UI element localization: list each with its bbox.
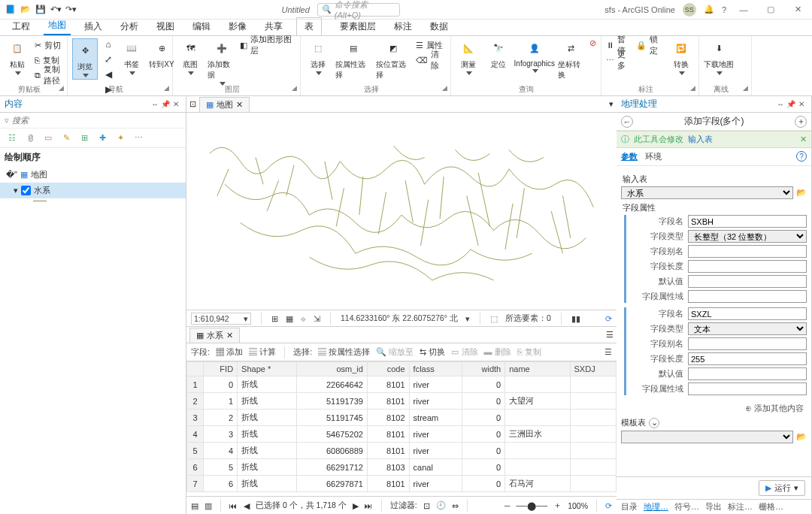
- pin-icon[interactable]: 📌: [160, 100, 171, 108]
- new-run-icon[interactable]: ＋: [795, 116, 807, 128]
- table-row[interactable]: 21折线511917398101river0大望河: [187, 393, 617, 410]
- add-field-button[interactable]: ▦ 添加: [216, 346, 243, 358]
- tab-data[interactable]: 数据: [426, 18, 453, 35]
- snap-icon[interactable]: ▦: [286, 314, 293, 323]
- f1-default[interactable]: [688, 275, 807, 288]
- tab-labeling[interactable]: 标注: [389, 18, 417, 35]
- first-rec-icon[interactable]: ⏮: [229, 501, 238, 510]
- full-extent-icon[interactable]: ⌂: [102, 38, 114, 50]
- list-labeling-icon[interactable]: ✚: [95, 131, 110, 146]
- layer-visibility-checkbox[interactable]: [21, 186, 31, 195]
- autohide-icon[interactable]: ↔: [150, 100, 160, 108]
- f2-len[interactable]: [688, 352, 807, 365]
- select-by-loc-button[interactable]: ◩按位置选择: [376, 38, 412, 80]
- list-perspective-icon[interactable]: ✦: [113, 131, 128, 146]
- cut-button[interactable]: ✂剪切: [35, 38, 62, 52]
- select-button[interactable]: ⬚选择: [305, 38, 331, 75]
- view-all-icon[interactable]: ▤: [191, 501, 198, 510]
- add-another-field[interactable]: ⊕ 添加其他内容: [621, 400, 807, 417]
- explore-button[interactable]: ✥浏览: [72, 38, 98, 80]
- views-icon[interactable]: ⊡: [189, 99, 196, 109]
- clear-sel-button[interactable]: ⌫清除: [416, 53, 446, 67]
- expand-icon[interactable]: �": [6, 170, 17, 180]
- calc-field-button[interactable]: ▤ 计算: [249, 346, 276, 358]
- close-attr-tab-icon[interactable]: ✕: [226, 331, 233, 340]
- bookmarks-button[interactable]: 📖书签: [119, 38, 144, 75]
- prev-rec-icon[interactable]: ◀: [244, 501, 250, 510]
- download-map-button[interactable]: ⬇下载地图: [704, 38, 734, 75]
- list-snapping-icon[interactable]: ⊞: [77, 131, 92, 146]
- warn-close-icon[interactable]: ✕: [800, 135, 807, 144]
- close-pane-icon[interactable]: ✕: [171, 100, 181, 108]
- attr-hamburger-icon[interactable]: ☰: [604, 347, 612, 357]
- filter-extent-icon[interactable]: ⊡: [423, 501, 430, 510]
- fixed-zoom-icon[interactable]: ⤢: [102, 53, 114, 65]
- expand-layer-icon[interactable]: ▾: [14, 186, 18, 195]
- filter-range-icon[interactable]: ⇔: [452, 501, 459, 510]
- project-icon[interactable]: 📘: [5, 4, 17, 16]
- bt-raster[interactable]: 栅格…: [759, 501, 783, 512]
- locate-button[interactable]: 🔭定位: [486, 38, 511, 70]
- measure-button[interactable]: 📐测量: [456, 38, 481, 75]
- toc-map[interactable]: �" ▦ 地图: [0, 167, 186, 183]
- save-icon[interactable]: 💾: [35, 4, 47, 16]
- prev-extent-icon[interactable]: ◀: [102, 68, 114, 80]
- map-tab[interactable]: ▦ 地图 ✕: [199, 97, 250, 112]
- more-labels-button[interactable]: ⋯更多: [606, 53, 632, 67]
- bt-label[interactable]: 标注…: [728, 501, 753, 512]
- f2-domain[interactable]: [688, 382, 807, 395]
- attr-menu-icon[interactable]: ☰: [606, 330, 614, 340]
- gp-close-icon[interactable]: ✕: [796, 100, 807, 108]
- f2-name[interactable]: [688, 307, 807, 320]
- paste-button[interactable]: 📋粘贴: [5, 38, 30, 75]
- gp-warning-link[interactable]: 输入表: [688, 134, 713, 145]
- tab-view[interactable]: 视图: [152, 18, 179, 35]
- pause-draw-icon[interactable]: ▮▮: [571, 314, 580, 323]
- add-graphics-layer-button[interactable]: ◧添加图形图层: [240, 38, 295, 52]
- table-row[interactable]: 10折线226646428101river0: [187, 376, 617, 393]
- run-button[interactable]: ▶ 运行 ▾: [759, 480, 805, 496]
- table-row[interactable]: 43折线546752028101river0三洲田水: [187, 426, 617, 443]
- scale-input[interactable]: 1:610,942▾: [191, 313, 251, 325]
- close-tab-icon[interactable]: ✕: [236, 100, 243, 110]
- undo-icon[interactable]: ↶▾: [50, 4, 62, 16]
- tab-feature-layer[interactable]: 要素图层: [335, 18, 380, 35]
- clear-inquiry-icon[interactable]: ⊘: [589, 38, 596, 48]
- minimize-button[interactable]: —: [734, 5, 753, 14]
- toc-layer[interactable]: ▾ 水系: [0, 183, 186, 198]
- table-row[interactable]: 65折线662917128103canal0: [187, 459, 617, 476]
- table-row[interactable]: 54折线608068898101river0: [187, 443, 617, 459]
- f2-default[interactable]: [688, 367, 807, 380]
- table-row[interactable]: 32折线511917458102stream0: [187, 410, 617, 426]
- convert-labels-button[interactable]: 🔁转换: [668, 38, 694, 75]
- copy-path-button[interactable]: ⧉复制路径: [35, 68, 62, 82]
- template-expand-icon[interactable]: ⌄: [649, 418, 659, 428]
- bell-icon[interactable]: 🔔: [704, 5, 714, 14]
- template-table-select[interactable]: [621, 431, 793, 443]
- f1-name[interactable]: [688, 215, 807, 228]
- map-canvas[interactable]: [186, 113, 617, 310]
- bt-catalog[interactable]: 目录: [621, 501, 638, 512]
- switch-sel-btn[interactable]: ⇆ 切换: [420, 346, 445, 358]
- tab-table[interactable]: 表: [296, 17, 322, 35]
- select-by-attr-btn[interactable]: ▤ 按属性选择: [318, 346, 370, 358]
- basemap-button[interactable]: 🗺底图: [177, 38, 203, 75]
- f1-alias[interactable]: [688, 245, 807, 258]
- user-label[interactable]: sfs - ArcGIS Online: [604, 5, 675, 14]
- bt-gp[interactable]: 地理…: [644, 501, 668, 512]
- last-rec-icon[interactable]: ⏭: [365, 501, 373, 510]
- view-selected-icon[interactable]: ▥: [205, 501, 212, 510]
- list-drawing-order-icon[interactable]: ☷: [5, 131, 20, 146]
- zoom-plus[interactable]: ＋: [553, 500, 562, 511]
- gp-help-icon[interactable]: ?: [796, 151, 807, 162]
- sel-count-icon[interactable]: ⬚: [490, 314, 498, 323]
- grid-icon[interactable]: ⊞: [271, 314, 278, 323]
- add-data-button[interactable]: ➕添加数据: [208, 38, 235, 86]
- browse-input-icon[interactable]: 📂: [796, 188, 807, 198]
- close-button[interactable]: ✕: [788, 5, 807, 14]
- avatar[interactable]: SS: [683, 3, 696, 17]
- coord-conv-button[interactable]: ⇄坐标转换: [558, 38, 585, 80]
- tab-insert[interactable]: 插入: [80, 18, 107, 35]
- constraint-icon[interactable]: ⇲: [314, 314, 320, 323]
- next-rec-icon[interactable]: ▶: [353, 501, 359, 510]
